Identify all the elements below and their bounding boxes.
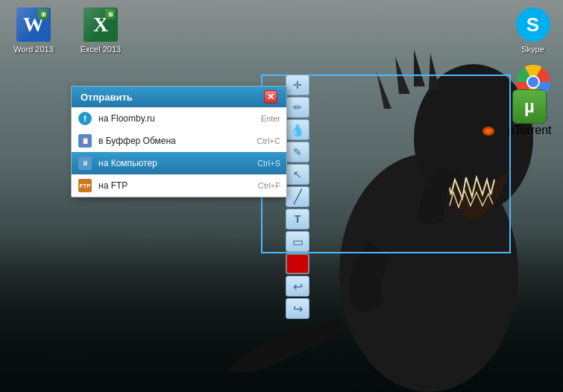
redo-tool-button[interactable]: ↪ xyxy=(286,298,309,319)
menu-item-computer-label: на Компьютер xyxy=(98,158,251,168)
menu-item-clipboard[interactable]: 📋 в Буффер Обмена Ctrl+C xyxy=(72,130,286,152)
desktop-icons-topleft: W ⊞ Word 2013 X ⊞ Excel 2013 xyxy=(7,7,127,54)
line-tool-button[interactable]: ╱ xyxy=(286,186,309,207)
menu-item-clipboard-shortcut: Ctrl+C xyxy=(257,136,280,145)
dropper-tool-button[interactable]: 💧 xyxy=(286,119,309,140)
excel-icon[interactable]: X ⊞ Excel 2013 xyxy=(75,7,127,54)
menu-item-floomby-label: на Floomby.ru xyxy=(98,113,255,124)
clipboard-icon: 📋 xyxy=(78,134,92,148)
text-tool-button[interactable]: T xyxy=(286,209,309,230)
excel-label: Excel 2013 xyxy=(81,45,121,54)
select-tool-button[interactable]: ↖ xyxy=(286,164,309,185)
context-menu-title: Отправить xyxy=(81,92,133,103)
pen-tool-button[interactable]: ✎ xyxy=(286,142,309,162)
utorrent-icon[interactable]: µ µTorrent xyxy=(503,89,556,137)
menu-item-computer-shortcut: Ctrl+S xyxy=(257,159,280,168)
context-menu-header: Отправить ✕ xyxy=(72,86,286,107)
svg-point-6 xyxy=(528,77,538,87)
svg-point-3 xyxy=(485,129,491,133)
floomby-icon: f xyxy=(78,112,92,125)
menu-item-floomby[interactable]: f на Floomby.ru Enter xyxy=(72,107,286,130)
skype-icon[interactable]: S Skype xyxy=(509,7,557,54)
menu-item-clipboard-label: в Буффер Обмена xyxy=(98,136,251,146)
menu-item-ftp[interactable]: FTP на FTP Ctrl+F xyxy=(72,174,286,197)
menu-item-computer[interactable]: 🖥 на Компьютер Ctrl+S xyxy=(72,152,286,174)
word-icon[interactable]: W ⊞ Word 2013 xyxy=(7,7,60,54)
menu-item-ftp-label: на FTP xyxy=(98,180,252,191)
pencil-tool-button[interactable]: ✏ xyxy=(286,97,309,118)
context-menu: Отправить ✕ f на Floomby.ru Enter 📋 в Бу… xyxy=(71,86,287,197)
move-tool-button[interactable]: ✛ xyxy=(286,75,309,95)
menu-item-ftp-shortcut: Ctrl+F xyxy=(258,181,280,190)
context-menu-close-button[interactable]: ✕ xyxy=(264,90,277,104)
computer-icon: 🖥 xyxy=(78,157,92,170)
ftp-icon: FTP xyxy=(78,179,92,192)
color-swatch-button[interactable] xyxy=(286,253,309,274)
rect-tool-button[interactable]: ▭ xyxy=(286,231,309,252)
desktop: W ⊞ Word 2013 X ⊞ Excel 2013 xyxy=(0,0,563,392)
word-label: Word 2013 xyxy=(13,45,54,54)
skype-label: Skype xyxy=(521,45,544,54)
menu-item-floomby-shortcut: Enter xyxy=(261,114,280,123)
undo-tool-button[interactable]: ↩ xyxy=(286,276,309,297)
utorrent-label: µTorrent xyxy=(507,124,551,137)
toolbar-vertical: ✛ ✏ 💧 ✎ ↖ ╱ T ▭ ↩ ↪ xyxy=(286,75,312,319)
